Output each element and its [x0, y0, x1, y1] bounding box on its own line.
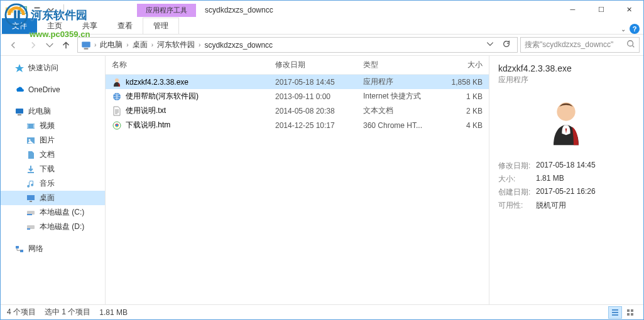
music-icon	[26, 179, 36, 189]
tab-home[interactable]: 主页	[37, 18, 72, 34]
nav-pictures[interactable]: 图片	[1, 133, 105, 147]
nav-quick-access[interactable]: 快速访问	[1, 61, 105, 75]
tab-manage[interactable]: 管理	[143, 18, 179, 34]
nav-documents[interactable]: 文档	[1, 147, 105, 162]
column-header-size[interactable]: 大小	[439, 60, 489, 70]
file-row[interactable]: 使用说明.txt2014-05-08 20:38文本文档2 KB	[106, 104, 489, 118]
svg-rect-19	[16, 246, 19, 248]
qat-more-icon[interactable]	[45, 4, 57, 16]
nav-music[interactable]: 音乐	[1, 176, 105, 191]
file-row[interactable]: 下载说明.htm2014-12-25 10:17360 Chrome HT...…	[106, 118, 489, 132]
svg-rect-8	[16, 109, 23, 114]
column-header-name[interactable]: 名称	[112, 60, 275, 70]
detail-value: 1.81 MB	[536, 174, 564, 184]
nav-network[interactable]: 网络	[1, 242, 105, 256]
file-icon	[112, 106, 122, 116]
nav-videos[interactable]: 视频	[1, 119, 105, 133]
nav-drive-d[interactable]: 本地磁盘 (D:)	[1, 220, 105, 234]
file-row[interactable]: 使用帮助(河东软件园)2013-09-11 0:00Internet 快捷方式1…	[106, 89, 489, 104]
svg-rect-16	[27, 214, 32, 215]
svg-rect-9	[18, 114, 21, 115]
search-input[interactable]: 搜索"scydkdzxzs_downcc"	[520, 37, 640, 53]
minimize-button[interactable]: ─	[559, 1, 587, 18]
status-selected: 选中 1 个项目	[45, 307, 90, 317]
file-tab[interactable]: 文件	[2, 18, 37, 34]
svg-point-7	[628, 41, 633, 46]
svg-rect-6	[84, 48, 89, 49]
search-icon[interactable]	[626, 40, 635, 50]
file-type: 文本文档	[363, 105, 439, 116]
properties-icon[interactable]	[17, 4, 30, 16]
close-button[interactable]: ✕	[615, 1, 643, 18]
history-dropdown[interactable]	[45, 36, 55, 54]
svg-rect-13	[27, 195, 35, 200]
back-button[interactable]	[4, 36, 22, 54]
qat-dropdown-icon[interactable]	[31, 4, 43, 16]
view-icons-button[interactable]	[623, 306, 637, 319]
svg-rect-26	[627, 309, 630, 312]
nav-downloads[interactable]: 下载	[1, 162, 105, 176]
ribbon-collapse-icon[interactable]: ⌄	[621, 26, 626, 33]
breadcrumb[interactable]: › 此电脑 › 桌面 › 河东软件园 › scydkdzxzs_downcc	[77, 37, 518, 53]
nav-desktop[interactable]: 桌面	[1, 191, 105, 205]
download-icon	[26, 164, 36, 174]
file-date: 2017-05-18 14:45	[275, 78, 363, 87]
detail-label: 大小:	[498, 174, 536, 184]
view-details-button[interactable]	[608, 306, 622, 319]
maximize-button[interactable]: ☐	[587, 1, 615, 18]
document-icon	[26, 150, 36, 160]
file-type: 360 Chrome HT...	[363, 121, 439, 130]
detail-value: 2017-05-21 16:26	[536, 187, 596, 198]
file-icon	[112, 77, 122, 87]
tab-share[interactable]: 共享	[72, 18, 107, 34]
file-date: 2014-12-25 10:17	[275, 121, 363, 130]
dropdown-icon[interactable]	[482, 40, 498, 50]
svg-rect-29	[631, 313, 633, 316]
window-title: scydkdzxzs_downcc	[196, 6, 273, 14]
nav-this-pc[interactable]: 此电脑	[1, 104, 105, 119]
address-bar: › 此电脑 › 桌面 › 河东软件园 › scydkdzxzs_downcc 搜…	[1, 35, 643, 56]
title-bar: 应用程序工具 scydkdzxzs_downcc ─ ☐ ✕	[1, 1, 643, 19]
detail-label: 修改日期:	[498, 161, 536, 171]
up-button[interactable]	[57, 36, 75, 54]
computer-icon	[80, 40, 92, 51]
file-size: 4 KB	[439, 121, 489, 130]
search-placeholder: 搜索"scydkdzxzs_downcc"	[525, 40, 613, 50]
file-date: 2014-05-08 20:38	[275, 107, 363, 115]
file-size: 2 KB	[439, 107, 489, 115]
video-icon	[26, 121, 36, 131]
column-header-type[interactable]: 类型	[363, 60, 439, 70]
svg-rect-28	[627, 313, 630, 316]
folder-icon[interactable]	[3, 4, 16, 16]
breadcrumb-item[interactable]: 此电脑	[96, 40, 126, 50]
svg-rect-4	[35, 8, 40, 9]
svg-rect-27	[631, 309, 633, 312]
forward-button[interactable]	[25, 36, 42, 54]
svg-rect-18	[27, 228, 30, 230]
detail-value: 2017-05-18 14:45	[536, 161, 596, 171]
ribbon-tabs: 文件 主页 共享 查看 管理 ⌄ ?	[1, 19, 643, 35]
nav-drive-c[interactable]: 本地磁盘 (C:)	[1, 205, 105, 220]
breadcrumb-item[interactable]: scydkdzxzs_downcc	[200, 41, 276, 50]
file-list-pane: 名称 修改日期 类型 大小 kdzxkf4.2.3.38.exe2017-05-…	[106, 56, 489, 306]
breadcrumb-item[interactable]: 桌面	[129, 40, 151, 50]
detail-value: 脱机可用	[536, 200, 566, 211]
breadcrumb-item[interactable]: 河东软件园	[153, 40, 199, 50]
help-icon[interactable]: ?	[630, 24, 640, 34]
svg-rect-10	[27, 124, 35, 129]
file-size: 1 KB	[439, 92, 489, 101]
column-header-date[interactable]: 修改日期	[275, 60, 363, 70]
quick-access-toolbar	[1, 4, 60, 16]
column-headers: 名称 修改日期 类型 大小	[106, 56, 489, 75]
file-row[interactable]: kdzxkf4.2.3.38.exe2017-05-18 14:45应用程序1,…	[106, 75, 489, 89]
details-type: 应用程序	[498, 75, 635, 85]
navigation-pane: 快速访问 OneDrive 此电脑 视频 图片 文档 下载 音乐 桌面 本地磁盘…	[1, 56, 106, 306]
contextual-tab-label: 应用程序工具	[137, 4, 196, 17]
nav-onedrive[interactable]: OneDrive	[1, 83, 105, 97]
details-pane: kdzxkf4.2.3.38.exe 应用程序 修改日期:2017-05-18 …	[489, 56, 643, 306]
file-size: 1,858 KB	[439, 78, 489, 87]
refresh-icon[interactable]	[498, 40, 515, 50]
svg-point-24	[116, 124, 118, 127]
detail-label: 可用性:	[498, 200, 536, 211]
tab-view[interactable]: 查看	[107, 18, 143, 34]
